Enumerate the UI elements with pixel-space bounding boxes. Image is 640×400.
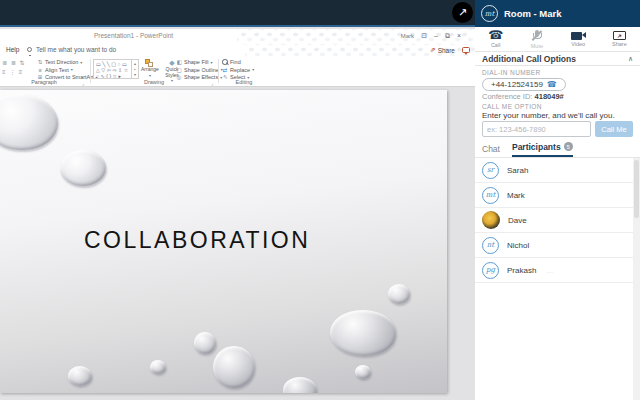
- call-me-row: Call Me: [482, 121, 633, 137]
- tab-participants[interactable]: Participants 5: [512, 140, 573, 157]
- dial-in-number: +44-12524159: [491, 80, 543, 89]
- participant-name: Prakash: [507, 266, 536, 275]
- window-title: Presentation1 - PowerPoint: [94, 32, 173, 39]
- water-droplet: [68, 366, 92, 386]
- participant-note: …: [546, 267, 553, 274]
- find-button[interactable]: Find: [222, 59, 254, 66]
- mute-button[interactable]: Mute: [516, 27, 557, 51]
- ribbon-display-options-button[interactable]: ⊡: [421, 31, 427, 41]
- minimize-button[interactable]: –: [434, 31, 438, 41]
- share-screen-icon: ➔: [613, 31, 626, 40]
- panel-header: mt Room - Mark: [475, 0, 640, 27]
- panel-scrollbar-thumb[interactable]: [634, 160, 639, 218]
- phone-number-input[interactable]: [482, 121, 591, 137]
- ribbon: ≣ ≣ ⇅ ≡ ⋮ ≡ ⇅ Text Direction ▾ ≡ Align T…: [0, 57, 475, 87]
- shapes-gallery[interactable]: ▭╲╲▢○▭ △▽⇦⇨⇩☆ ○∿{}☆▸ ▴ ▪ ▾: [93, 59, 139, 79]
- shape-outline-icon: ▢: [176, 67, 182, 73]
- indent-icons: ≡ ⋮ ≡: [2, 68, 35, 77]
- water-droplet: [283, 377, 317, 393]
- list-icons: ≣ ≣ ⇅: [2, 59, 35, 68]
- water-droplet: [0, 94, 58, 150]
- participant-name: Dave: [508, 216, 527, 225]
- drawing-dialog-launcher[interactable]: ⌟: [211, 80, 213, 86]
- window-controls: Mark ⊡ – ⧉ ×: [401, 31, 461, 41]
- paragraph-icons[interactable]: ≣ ≣ ⇅ ≡ ⋮ ≡: [2, 59, 35, 77]
- dial-in-label: DIAL-IN NUMBER: [482, 69, 541, 76]
- water-droplet: [213, 346, 255, 388]
- additional-options-title: Additional Call Options: [482, 54, 576, 64]
- editing-group-label: Editing: [222, 79, 266, 85]
- shape-fill-label: Shape Fill: [184, 59, 208, 65]
- replace-button[interactable]: ⇄ Replace ▾: [222, 67, 254, 74]
- participant-row[interactable]: mt Mark: [475, 183, 633, 208]
- tab-help[interactable]: Help: [6, 46, 19, 53]
- align-text-icon: ≡: [37, 67, 43, 73]
- gallery-scroll[interactable]: ▴ ▪ ▾: [131, 60, 138, 78]
- share-arrow-icon: ⇗: [430, 46, 436, 54]
- call-actions: ☎ Call Mute Video ➔ Share: [475, 27, 640, 52]
- slide-title-textbox[interactable]: COLLABORATION: [84, 227, 310, 254]
- arrange-button[interactable]: Arrange ▾: [141, 59, 159, 78]
- find-label: Find: [230, 59, 241, 65]
- screen-share-button[interactable]: ➔ Share: [599, 27, 640, 51]
- group-separator: [90, 59, 91, 83]
- popout-arrow-icon: ↗: [458, 6, 467, 19]
- comments-icon[interactable]: [462, 47, 470, 53]
- close-button[interactable]: ×: [457, 31, 461, 41]
- participant-row[interactable]: nt Nichol: [475, 233, 633, 258]
- popout-button[interactable]: ↗: [452, 2, 473, 23]
- participant-name: Sarah: [507, 166, 528, 175]
- dropdown-caret: ▾: [149, 73, 151, 78]
- paragraph-buttons: ⇅ Text Direction ▾ ≡ Align Text ▾ ⊞ Conv…: [37, 59, 98, 81]
- text-direction-label: Text Direction: [45, 59, 78, 65]
- participant-row[interactable]: Dave: [475, 208, 633, 233]
- titlebar: Presentation1 - PowerPoint Mark ⊡ – ⧉ ×: [0, 29, 475, 44]
- dropdown-caret: ▾: [252, 67, 254, 72]
- align-text-button[interactable]: ≡ Align Text ▾: [37, 67, 98, 74]
- mute-label: Mute: [531, 43, 543, 49]
- call-me-button[interactable]: Call Me: [595, 121, 633, 137]
- paragraph-dialog-launcher[interactable]: ⌟: [82, 80, 84, 86]
- shape-fill-icon: ◧: [176, 59, 182, 65]
- room-title: Room - Mark: [504, 8, 562, 19]
- shape-fill-button[interactable]: ◧ Shape Fill ▾: [176, 59, 223, 66]
- gallery-scroll-mid-icon: ▪: [134, 67, 135, 72]
- tell-me-box[interactable]: Tell me what you want to do: [36, 46, 116, 53]
- video-button[interactable]: Video: [558, 27, 599, 51]
- restore-button[interactable]: ⧉: [445, 31, 450, 41]
- dropdown-caret: ▾: [210, 60, 212, 65]
- gallery-scroll-down-icon[interactable]: ▾: [134, 72, 136, 77]
- video-camera-icon: [571, 32, 582, 40]
- water-droplet: [388, 284, 410, 304]
- participant-avatar: nt: [482, 237, 499, 254]
- replace-label: Replace: [230, 67, 250, 73]
- participant-row[interactable]: sr Sarah: [475, 158, 633, 183]
- participants-tab-label: Participants: [512, 142, 561, 152]
- panel-tabs: Chat Participants 5: [482, 140, 573, 157]
- dial-in-number-chip[interactable]: +44-12524159 ☎: [482, 78, 566, 91]
- participant-photo-avatar: [482, 211, 500, 229]
- text-direction-button[interactable]: ⇅ Text Direction ▾: [37, 59, 98, 66]
- water-droplet: [355, 365, 371, 379]
- additional-options-header[interactable]: Additional Call Options ∧: [475, 52, 640, 66]
- mic-muted-icon: [531, 30, 543, 42]
- call-panel: mt Room - Mark ☎ Call Mute Video ➔ Share…: [475, 0, 640, 400]
- ppt-share-label: Share: [438, 47, 455, 54]
- magnifier-icon: [222, 59, 228, 65]
- call-button[interactable]: ☎ Call: [475, 27, 516, 51]
- account-name: Mark: [401, 33, 414, 39]
- shape-glyphs: ▭╲╲▢○▭ △▽⇦⇨⇩☆ ○∿{}☆▸: [94, 60, 131, 78]
- panel-scrollbar[interactable]: [633, 158, 640, 400]
- participant-avatar: mt: [482, 187, 499, 204]
- editing-buttons: Find ⇄ Replace ▾ ⇖ Select ▾: [222, 59, 254, 81]
- participant-row[interactable]: pg Prakash …: [475, 258, 633, 283]
- shape-outline-label: Shape Outline: [184, 67, 219, 73]
- water-droplet: [330, 310, 396, 356]
- tab-chat[interactable]: Chat: [482, 140, 500, 157]
- group-separator: [218, 59, 219, 83]
- ppt-share-button[interactable]: ⇗ Share: [430, 46, 455, 54]
- slide-canvas[interactable]: COLLABORATION: [0, 90, 447, 393]
- drawing-group-label: Drawing: [93, 79, 215, 85]
- shape-outline-button[interactable]: ▢ Shape Outline ▾: [176, 67, 223, 74]
- gallery-scroll-up-icon[interactable]: ▴: [134, 61, 136, 66]
